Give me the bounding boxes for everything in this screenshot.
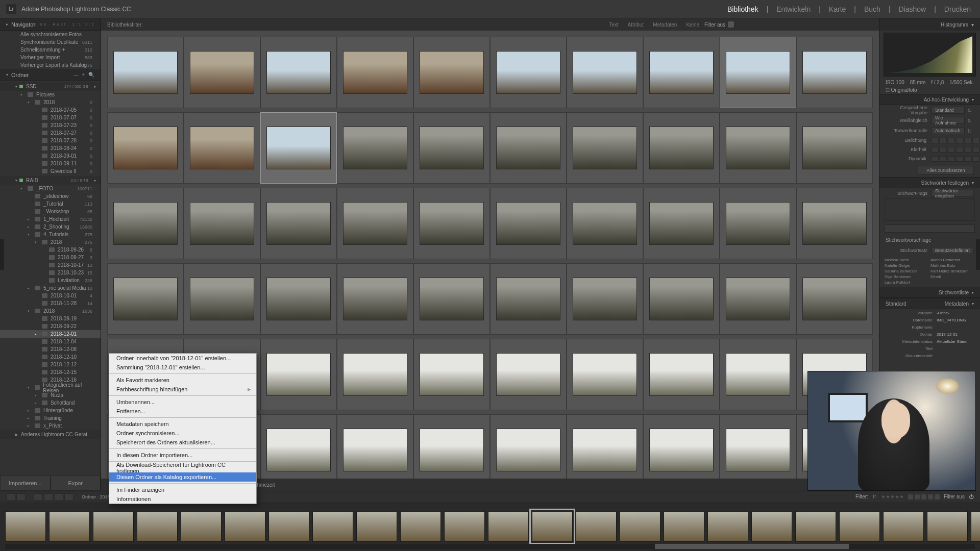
rating-filter[interactable]: ★★★★★ <box>881 494 904 499</box>
other-device-row[interactable]: ▸ Anderes Lightroom CC-Gerät <box>0 430 101 439</box>
folder-item[interactable]: 2018-12-04 <box>0 338 101 345</box>
filter-tab-metadaten[interactable]: Metadaten <box>653 22 677 28</box>
stepper-icon[interactable]: ⇅ <box>965 108 974 113</box>
grid-cell[interactable] <box>567 339 643 410</box>
grid-cell[interactable] <box>413 414 490 479</box>
grid-cell[interactable] <box>490 188 567 259</box>
right-panel-grip[interactable] <box>976 239 980 270</box>
person-keyword[interactable]: Siya Benkeser <box>885 274 925 279</box>
grid-cell[interactable] <box>567 188 643 259</box>
folder-item[interactable]: ▸Schottland <box>0 399 101 407</box>
folder-item[interactable]: ▾_FOTO100711 <box>0 185 101 192</box>
metadata-value[interactable]: IMG_9478.DNG <box>937 318 966 322</box>
filmstrip-thumb[interactable] <box>137 511 178 542</box>
filter-switch-icon[interactable]: ⏻ <box>969 494 974 499</box>
grid-cell[interactable] <box>567 37 643 108</box>
module-karte[interactable]: Karte <box>829 5 846 13</box>
folder-item[interactable]: ▾20181636 <box>0 307 101 315</box>
filmstrip-thumb[interactable] <box>400 511 441 542</box>
keyword-list-header[interactable]: Stichwortliste▸ <box>879 287 980 298</box>
slider-belichtung[interactable]: Belichtung <box>879 136 980 145</box>
menu-item[interactable]: Metadaten speichern <box>109 419 256 429</box>
folder-item[interactable]: ▾4_Tutorials275 <box>0 231 101 238</box>
grid-cell[interactable] <box>413 339 490 410</box>
filmstrip-thumb[interactable] <box>225 511 265 542</box>
folder-item[interactable]: Levitation236 <box>0 277 101 284</box>
module-buch[interactable]: Buch <box>864 5 880 13</box>
catalog-item[interactable]: Vorheriger Import583 <box>0 54 101 61</box>
menu-item[interactable]: Umbenennen... <box>109 397 256 407</box>
scrollbar-handle[interactable] <box>655 544 849 549</box>
filmstrip[interactable] <box>0 502 980 551</box>
catalog-item[interactable]: Schnellsammlung +212 <box>0 46 101 54</box>
grid-cell[interactable] <box>643 263 720 335</box>
folder-item[interactable]: ▸x_Privat <box>0 422 101 430</box>
grid-cell[interactable] <box>260 263 337 335</box>
menu-item[interactable]: Informationen <box>109 494 256 504</box>
stepper-icon[interactable]: ⇅ <box>965 118 974 123</box>
filmstrip-thumb[interactable] <box>927 511 968 542</box>
menu-item[interactable]: Sammlung "2018-12-01" erstellen... <box>109 363 256 372</box>
folder-item[interactable]: ▸Nizza <box>0 391 101 399</box>
menu-item[interactable]: In diesen Ordner importieren... <box>109 450 256 460</box>
filmstrip-scrollbar[interactable] <box>5 544 975 549</box>
grid-cell[interactable] <box>337 37 413 108</box>
grid-cell[interactable] <box>567 414 643 479</box>
grid-cell[interactable] <box>490 414 567 479</box>
tone-auto-button[interactable]: Automatisch <box>932 127 965 134</box>
person-keyword[interactable]: Karl Heinz Benkeser <box>930 269 971 273</box>
grid-cell[interactable] <box>720 37 796 108</box>
person-keyword[interactable]: Sabrina Benkeser <box>885 269 925 273</box>
grid-cell[interactable] <box>107 112 184 184</box>
menu-item[interactable]: Diesen Ordner als Katalog exportieren... <box>109 472 256 482</box>
filmstrip-thumb[interactable] <box>576 511 617 542</box>
filmstrip-thumb[interactable] <box>664 511 704 542</box>
folder-item[interactable]: ▸2018-12-01 <box>0 330 101 338</box>
catalog-item[interactable]: Alle synchronisierten Fotos <box>0 31 101 38</box>
filter-tab-text[interactable]: Text <box>609 22 618 28</box>
wb-dropdown[interactable]: Wie Aufnahme <box>932 117 965 124</box>
folder-item[interactable]: ▾Pictures <box>0 91 101 98</box>
grid-cell[interactable] <box>413 263 490 335</box>
folder-item[interactable]: 2018-07-280 <box>0 137 101 144</box>
grid-cell[interactable] <box>643 112 720 184</box>
grid-cell[interactable] <box>337 112 413 184</box>
catalog-item[interactable]: Vorheriger Export als Katalog2175 <box>0 61 101 69</box>
module-diashow[interactable]: Diashow <box>899 5 926 13</box>
menu-item[interactable]: Als Download-Speicherort für Lightroom C… <box>109 463 256 472</box>
grid-cell[interactable] <box>413 188 490 259</box>
grid-cell[interactable] <box>107 263 184 335</box>
filmstrip-thumb[interactable] <box>356 511 397 542</box>
folder-item[interactable]: 2018-10-1713 <box>0 261 101 269</box>
filmstrip-thumb[interactable] <box>751 511 792 542</box>
filmstrip-thumb[interactable] <box>488 511 529 542</box>
metadata-header[interactable]: Standard Metadaten▾ <box>879 298 980 309</box>
grid-cell[interactable] <box>107 37 184 108</box>
grid-cell[interactable] <box>720 414 796 479</box>
grid-cell[interactable] <box>796 37 873 108</box>
grid-cell[interactable] <box>260 188 337 259</box>
filmstrip-thumb[interactable] <box>444 511 485 542</box>
kw-set-dropdown[interactable]: Benutzerdefiniert <box>932 247 974 254</box>
grid-cell[interactable] <box>184 263 260 335</box>
metadata-value[interactable]: -Ohne- <box>937 311 949 315</box>
preset-dropdown[interactable]: Standard <box>932 107 965 114</box>
grid-cell[interactable] <box>796 188 873 259</box>
folder-item[interactable]: Giverdios II0 <box>0 167 101 175</box>
menu-item[interactable]: Entfernen... <box>109 407 256 416</box>
filmstrip-thumb[interactable] <box>5 511 46 542</box>
menu-item[interactable]: Ordner synchronisieren... <box>109 429 256 438</box>
grid-cell[interactable] <box>260 339 337 410</box>
folder-item[interactable]: 2018-12-10 <box>0 353 101 361</box>
slider-klarheit[interactable]: Klarheit <box>879 145 980 154</box>
folder-item[interactable]: 2018-07-230 <box>0 121 101 129</box>
grid-cell[interactable] <box>720 188 796 259</box>
menu-item[interactable]: Farbbeschriftung hinzufügen▶ <box>109 385 256 394</box>
navigator-header[interactable]: ▸ Navigator Einp. Ausf. 1:1 3:1 <box>0 18 101 31</box>
grid-cell[interactable] <box>643 188 720 259</box>
person-keyword[interactable]: Matthias Butz <box>930 263 971 268</box>
filmstrip-thumb[interactable] <box>839 511 880 542</box>
folder-item[interactable]: 2018-12-15 <box>0 368 101 376</box>
filmstrip-thumb[interactable] <box>883 511 924 542</box>
import-button[interactable]: Importieren... <box>0 475 51 491</box>
